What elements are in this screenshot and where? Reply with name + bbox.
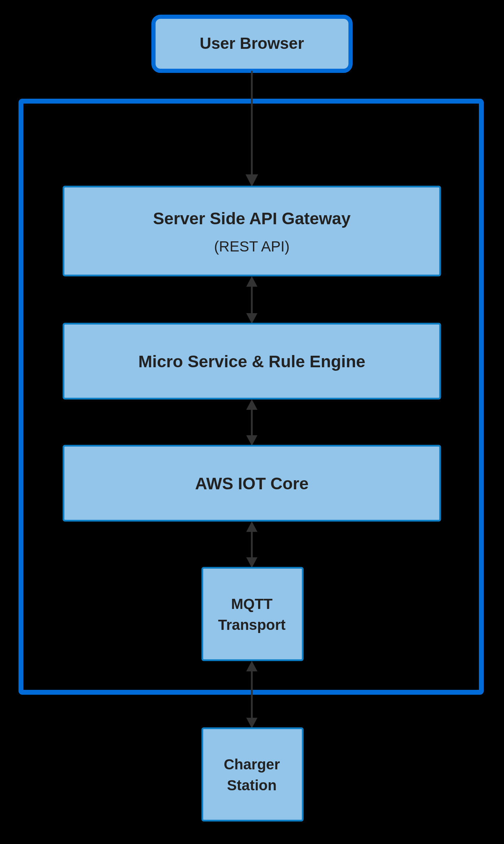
api-gateway-subtitle: (REST API) (214, 238, 289, 255)
svg-rect-19 (202, 728, 303, 821)
node-micro-service: Micro Service & Rule Engine (63, 324, 440, 399)
architecture-diagram: User Browser Server Side API Gateway (RE… (0, 0, 504, 844)
node-iot-core: AWS IOT Core (63, 446, 440, 521)
user-browser-label: User Browser (200, 34, 304, 52)
mqtt-line2: Transport (218, 617, 286, 633)
svg-rect-15 (202, 568, 303, 660)
svg-marker-9 (246, 399, 257, 410)
node-user-browser: User Browser (153, 17, 351, 71)
arrow-microservice-iotcore (246, 399, 257, 446)
iot-core-label: AWS IOT Core (195, 474, 308, 493)
svg-marker-14 (246, 557, 257, 568)
svg-marker-18 (246, 718, 257, 728)
svg-marker-13 (246, 521, 257, 532)
arrow-iotcore-mqtt (246, 521, 257, 568)
arrow-browser-to-gateway (246, 71, 258, 187)
node-charger-station: Charger Station (202, 728, 303, 821)
micro-service-label: Micro Service & Rule Engine (138, 352, 366, 371)
arrow-gateway-microservice (246, 276, 257, 324)
charger-line1: Charger (224, 756, 280, 773)
mqtt-line1: MQTT (231, 596, 273, 612)
charger-line2: Station (227, 777, 277, 793)
svg-marker-5 (246, 276, 257, 287)
svg-rect-3 (63, 187, 440, 276)
svg-marker-6 (246, 313, 257, 324)
api-gateway-title: Server Side API Gateway (153, 209, 351, 228)
svg-marker-2 (246, 174, 258, 187)
node-api-gateway: Server Side API Gateway (REST API) (63, 187, 440, 276)
svg-marker-17 (246, 661, 257, 671)
node-mqtt-transport: MQTT Transport (202, 568, 303, 660)
svg-marker-10 (246, 435, 257, 446)
